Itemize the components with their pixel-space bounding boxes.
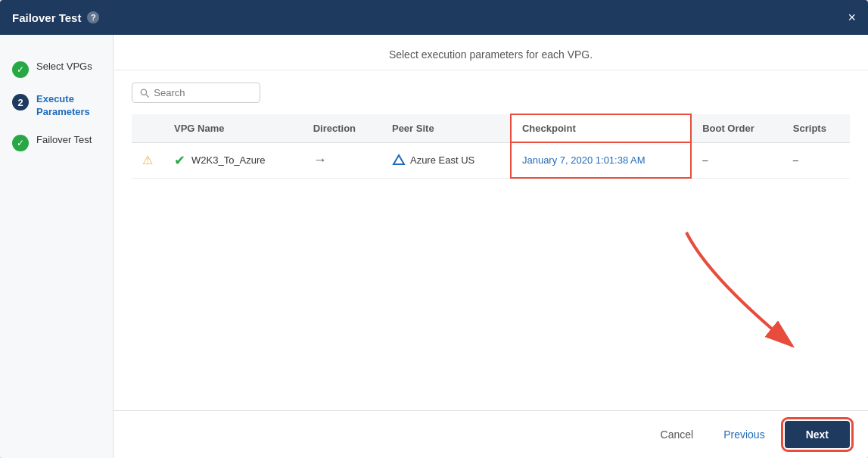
instruction-text: Select execution parameters for each VPG… [389,48,593,61]
th-scripts: Scripts [782,114,850,142]
step-label-select-vpgs: Select VPGs [36,61,92,73]
step-icon-execute-parameters: 2 [12,94,29,111]
svg-line-1 [146,94,149,97]
failover-test-modal: Failover Test ? × ✓ Select VPGs 2 Execut… [0,0,868,458]
modal-title-group: Failover Test ? [12,11,99,24]
step-label-execute-parameters: Execute Parameters [36,93,101,119]
vpg-table: VPG Name Direction Peer Site Checkpoint … [132,114,850,179]
row-status-icon: ✔ [174,152,185,169]
td-peer-site: Azure East US [381,142,511,178]
direction-arrow-icon: → [313,152,327,167]
scripts-value: – [793,154,798,166]
sidebar-item-execute-parameters[interactable]: 2 Execute Parameters [0,86,113,126]
th-direction: Direction [303,114,381,142]
help-icon[interactable]: ? [87,11,99,23]
search-icon [140,88,149,98]
content-area: VPG Name Direction Peer Site Checkpoint … [114,70,868,410]
step-icon-select-vpgs: ✓ [12,61,29,78]
vpg-name-value: W2K3_To_Azure [191,154,266,166]
svg-marker-2 [394,155,404,164]
modal-footer: Cancel Previous Next [114,410,868,458]
td-vpg-name: ✔ W2K3_To_Azure [163,142,303,178]
checkpoint-value: January 7, 2020 1:01:38 AM [522,154,646,166]
modal-header: Failover Test ? × [0,0,868,35]
content-header: Select execution parameters for each VPG… [114,35,868,70]
th-peer-site: Peer Site [381,114,511,142]
td-scripts: – [782,142,850,178]
step-label-failover-test: Failover Test [36,134,92,147]
table-container: VPG Name Direction Peer Site Checkpoint … [132,114,850,179]
search-bar[interactable] [132,83,260,103]
sidebar: ✓ Select VPGs 2 Execute Parameters ✓ Fai… [0,35,114,458]
modal-body: ✓ Select VPGs 2 Execute Parameters ✓ Fai… [0,35,868,458]
th-boot-order: Boot Order [691,114,782,142]
cancel-button[interactable]: Cancel [650,422,705,447]
table-header-row: VPG Name Direction Peer Site Checkpoint … [132,114,850,142]
th-checkpoint: Checkpoint [511,114,691,142]
th-vpg-name: VPG Name [163,114,303,142]
svg-point-0 [141,89,146,95]
modal-title: Failover Test [12,11,81,24]
sidebar-item-failover-test[interactable]: ✓ Failover Test [0,126,113,159]
boot-order-value: – [702,154,708,166]
td-checkpoint: January 7, 2020 1:01:38 AM [511,142,691,178]
close-button[interactable]: × [848,11,856,24]
main-content: Select execution parameters for each VPG… [114,35,868,458]
peer-site-value: Azure East US [410,154,474,166]
azure-icon [392,154,406,167]
sidebar-item-select-vpgs[interactable]: ✓ Select VPGs [0,53,113,86]
next-button[interactable]: Next [785,421,850,448]
th-warning [132,114,163,142]
td-warning: ⚠ [132,142,163,178]
td-boot-order: – [691,142,782,178]
previous-button[interactable]: Previous [713,422,775,447]
step-icon-failover-test: ✓ [12,135,29,151]
td-direction: → [303,142,381,178]
search-input[interactable] [154,87,252,98]
table-row: ⚠ ✔ W2K3_To_Azure → [132,142,850,178]
warning-icon: ⚠ [142,154,153,167]
annotation-arrow [664,217,830,369]
